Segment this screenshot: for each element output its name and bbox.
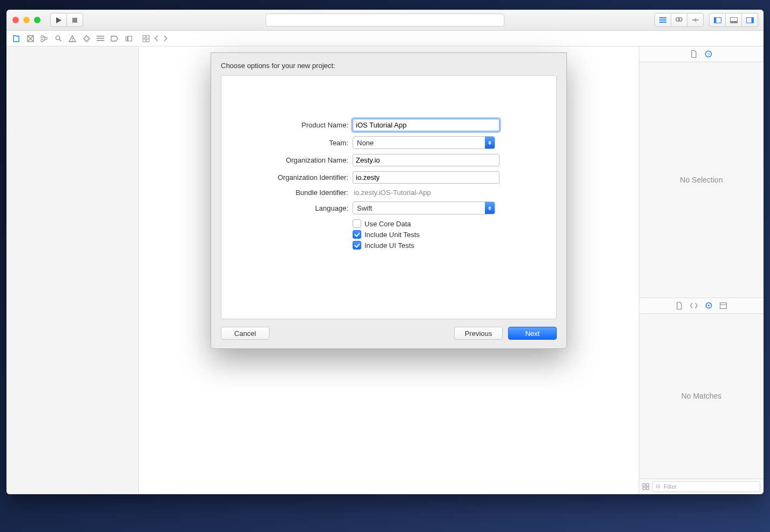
navigator-toolbar [6,31,764,46]
product-name-input[interactable] [353,119,499,131]
org-name-input[interactable] [353,154,499,166]
symbol-navigator-icon[interactable] [40,34,49,43]
svg-rect-27 [643,487,646,490]
team-select[interactable]: None [353,136,495,149]
quick-help-icon[interactable]: ? [705,50,712,58]
close-window-button[interactable] [12,17,19,23]
toggle-navigator-button[interactable] [709,13,726,27]
minimize-window-button[interactable] [23,17,30,23]
svg-rect-17 [147,35,150,38]
org-id-input[interactable] [353,171,499,184]
titlebar [6,10,764,31]
toggle-debug-button[interactable] [726,13,742,27]
editor-path-bar [138,35,168,42]
activity-viewer [266,14,504,26]
include-unit-tests-checkbox[interactable]: Include Unit Tests [353,230,540,239]
issue-navigator-icon[interactable] [68,34,77,43]
run-stop-segment [50,13,83,27]
svg-rect-7 [730,21,737,23]
back-button[interactable] [154,35,159,42]
svg-rect-28 [646,487,649,490]
inspector-content: No Selection [639,62,764,298]
editor-mode-segment [654,13,704,27]
use-core-data-label: Use Core Data [364,220,411,228]
navigator-panel [6,46,139,494]
org-name-label: Organization Name: [238,156,353,164]
chevron-updown-icon [485,202,495,214]
media-library-icon[interactable] [720,302,727,309]
stop-button[interactable] [67,13,83,27]
language-select[interactable]: Swift [353,201,495,214]
svg-text:?: ? [707,52,710,57]
editor-area: Choose options for your new project: Pro… [139,46,639,494]
svg-point-30 [658,486,659,487]
source-control-navigator-icon[interactable] [26,34,35,43]
product-name-label: Product Name: [238,121,353,129]
bundle-id-value: io.zesty.iOS-Tutorial-App [353,188,431,197]
test-navigator-icon[interactable] [82,34,91,43]
utilities-panel: ? No Selection No Matches [639,46,764,494]
object-library-icon[interactable] [705,302,712,309]
standard-editor-button[interactable] [654,13,671,27]
svg-point-23 [708,305,710,306]
no-matches-text: No Matches [681,392,722,400]
bundle-id-label: Bundle Identifier: [238,188,353,197]
sheet-content: Product Name: Team: None Organization Na… [221,75,557,319]
svg-point-14 [56,36,59,39]
svg-rect-1 [72,18,77,23]
no-selection-text: No Selection [680,176,722,184]
checkbox-icon [353,219,361,228]
project-navigator-icon[interactable] [12,34,21,43]
debug-navigator-icon[interactable] [96,34,105,43]
library-filter-input[interactable]: Filter [652,481,760,492]
svg-rect-16 [143,35,146,38]
include-ui-tests-checkbox[interactable]: Include UI Tests [353,241,540,250]
sheet-heading: Choose options for your new project: [221,62,557,70]
team-select-value: None [353,139,374,147]
svg-rect-26 [646,484,649,487]
related-items-icon[interactable] [143,35,150,42]
use-core-data-checkbox[interactable]: Use Core Data [353,219,540,228]
chevron-updown-icon [485,137,495,149]
svg-rect-19 [147,39,150,42]
code-snippet-library-icon[interactable] [690,302,698,309]
forward-button[interactable] [163,35,168,42]
filter-placeholder: Filter [664,483,677,490]
library-content: No Matches [639,314,764,479]
include-ui-tests-label: Include UI Tests [364,241,414,250]
window-body: Choose options for your new project: Pro… [6,46,764,494]
svg-rect-12 [41,39,43,42]
toggle-utilities-button[interactable] [742,13,758,27]
run-button[interactable] [50,13,67,27]
report-navigator-icon[interactable] [124,34,133,43]
include-unit-tests-label: Include Unit Tests [364,231,420,239]
svg-rect-13 [45,37,47,39]
cancel-button[interactable]: Cancel [221,327,269,340]
team-label: Team: [238,139,353,147]
panel-toggle-segment [709,13,758,27]
xcode-window: Choose options for your new project: Pro… [6,10,764,494]
org-id-label: Organization Identifier: [238,173,353,181]
find-navigator-icon[interactable] [54,34,63,43]
svg-rect-24 [720,302,727,308]
new-project-options-sheet: Choose options for your new project: Pro… [211,52,567,349]
svg-rect-5 [714,17,716,23]
traffic-lights [12,17,40,23]
file-template-library-icon[interactable] [676,302,683,309]
next-button[interactable]: Next [508,327,557,340]
desktop: Choose options for your new project: Pro… [0,0,770,532]
breakpoint-navigator-icon[interactable] [110,34,119,43]
file-inspector-icon[interactable] [691,50,697,58]
svg-point-15 [72,40,73,41]
version-editor-button[interactable] [687,13,704,27]
checkbox-icon [353,241,361,250]
grid-view-icon[interactable] [643,483,649,490]
zoom-window-button[interactable] [34,17,40,23]
library-footer: Filter [639,479,764,494]
svg-rect-18 [143,39,146,42]
previous-button[interactable]: Previous [454,327,503,340]
assistant-editor-button[interactable] [671,13,687,27]
checkbox-icon [353,230,361,239]
inspector-tabs: ? [639,46,764,62]
language-label: Language: [238,204,353,212]
